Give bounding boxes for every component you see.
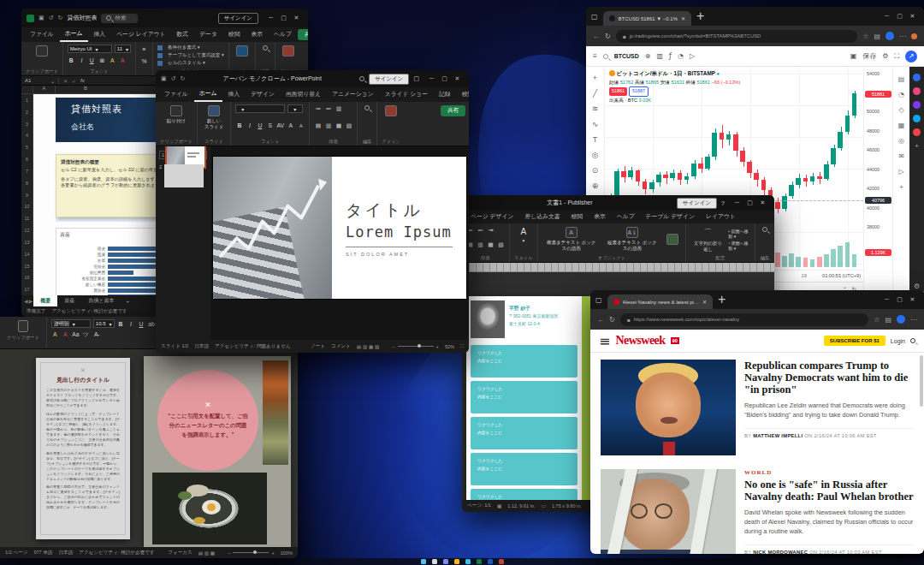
slide-thumbnail-2[interactable]: 2 — [159, 164, 207, 187]
tearoff-block[interactable]: ワクワクした内容をここに — [471, 417, 578, 449]
minimize-icon[interactable]: ─ — [880, 296, 893, 303]
alert-icon[interactable]: ◔ — [678, 52, 684, 60]
measure-icon[interactable]: ⊙ — [592, 166, 599, 175]
calendar-icon[interactable]: ▦ — [898, 122, 905, 129]
publisher-ribbon[interactable]: ≔≕⇥ ▤▥▦▧ 段落 A▾ スタイル A横書きテキスト ボックスの描画 A⇂縦… — [462, 223, 774, 263]
add-sidebar-app-icon[interactable]: + — [915, 142, 919, 150]
excel-search-box[interactable]: 検索 — [101, 14, 138, 23]
sidebar-app-icon[interactable] — [913, 87, 921, 95]
publisher-ribbon-tabs[interactable]: ページ デザイン差し込み文書校閲表示ヘルプテーブル デザインレイアウト — [462, 211, 774, 223]
bold-button[interactable]: B — [117, 319, 125, 328]
tearoff-block[interactable]: ワクワクした内容をここに — [471, 453, 578, 485]
explorer-taskbar-icon[interactable] — [454, 559, 459, 564]
collections-icon[interactable]: ▤ — [885, 316, 891, 324]
paste-icon[interactable] — [18, 320, 28, 332]
font-name-select[interactable]: Meiryo UI▾ — [68, 45, 112, 53]
text-wrap-button[interactable]: ⌒文字列の折り返し — [690, 226, 726, 253]
publisher-ribbon-tab[interactable]: ヘルプ — [612, 211, 640, 223]
font-color-button[interactable]: A — [62, 330, 69, 339]
pattern-icon[interactable]: ∿ — [592, 120, 599, 128]
sheet-tab[interactable]: 概要 — [33, 295, 57, 306]
bid-price-label[interactable]: 51861 — [609, 87, 627, 95]
ppt-addins-group[interactable]: アドイン — [377, 102, 405, 146]
char-border-button[interactable]: Aa — [72, 330, 80, 339]
more-menu-icon[interactable]: ⋯ — [899, 33, 906, 40]
accessibility-status[interactable]: アクセシビリティ: 検討が必要です — [79, 550, 154, 556]
row-header[interactable]: 5 — [21, 141, 33, 153]
styles-button[interactable]: A▾ — [514, 226, 533, 244]
back-icon[interactable]: ← — [593, 33, 600, 40]
zoom-slider[interactable]: −+ — [228, 550, 275, 556]
close-icon[interactable]: ✕ — [906, 13, 919, 20]
cancel-icon[interactable]: ✕ — [59, 78, 72, 84]
publisher-ribbon-tab[interactable]: 差し込み文書 — [519, 211, 565, 223]
crosshair-icon[interactable]: + — [593, 74, 597, 82]
italic-button[interactable]: I — [78, 56, 86, 65]
quote-circle[interactable]: ✕ “ここに引用文を配置して、ご自分のニュースレターのこの問題を強調表示します。… — [157, 370, 258, 471]
powerpoint-signin-button[interactable]: サインイン — [369, 74, 409, 85]
horizontal-ruler[interactable] — [462, 263, 774, 272]
login-button[interactable]: Login — [891, 338, 905, 344]
excel-ribbon-tab[interactable]: ホーム — [60, 27, 88, 42]
search-taskbar-icon[interactable] — [432, 559, 437, 564]
highlight-button[interactable]: A — [51, 330, 59, 339]
align-right-icon[interactable]: ▦ — [335, 122, 342, 130]
publisher-editing-group[interactable]: 編集 — [755, 223, 774, 262]
slide-indicator[interactable]: スライド 1/2 — [161, 343, 188, 350]
trump-photo[interactable] — [601, 360, 736, 455]
cells-button[interactable] — [234, 45, 251, 57]
alerts-icon[interactable]: ◔ — [898, 91, 904, 98]
new-tab-icon[interactable]: + — [718, 292, 726, 307]
bullets-icon[interactable]: ≔ — [314, 104, 322, 113]
ppt-clipboard-group[interactable]: 貼り付け クリップボード — [156, 102, 198, 146]
price-line-label[interactable]: 40796 — [865, 197, 891, 204]
address-bar[interactable]: ▪ jp.tradingview.com/chart/?symbol=BITST… — [616, 30, 858, 43]
powerpoint-quick-access-toolbar[interactable]: ▣↺↻ — [161, 75, 185, 82]
publisher-arrange-group[interactable]: ⌒文字列の折り返し ▪ 前面へ移動 ▾ ▫ 背面へ移動 ▾ 配置 — [686, 223, 755, 262]
view-icons[interactable]: ▤ ▥ ▦ — [198, 550, 215, 556]
powerpoint-titlebar[interactable]: ▣↺↻ アーバン モノクローム - PowerPoint サインイン ▢ ─▢✕ — [156, 70, 469, 87]
refresh-icon[interactable]: ↻ — [609, 316, 615, 324]
chat-icon[interactable]: ✉ — [898, 152, 904, 160]
publisher-paragraph-group[interactable]: ≔≕⇥ ▤▥▦▧ 段落 — [462, 223, 510, 262]
align-right-icon[interactable]: ▦ — [487, 241, 495, 249]
tearoff-blocks[interactable]: ワクワクした内容をここにワクワクした内容をここにワクワクした内容をここにワクワク… — [466, 345, 593, 500]
font-size-select[interactable]: 10.5▾ — [93, 319, 115, 328]
browser-window-controls[interactable]: ─▢✕ — [880, 296, 919, 303]
publisher-signin-button[interactable]: サインイン — [677, 198, 717, 209]
word-page-1[interactable]: ✕ 見出し行のタイトル この文書内のテキストを変更するには、更新するテキスト ブ… — [36, 358, 130, 539]
maximize-icon[interactable]: ▢ — [438, 75, 451, 82]
excel-titlebar[interactable]: ▣↺↻ 貸借対照表 検索 サインイン ─▢✕ — [21, 9, 308, 27]
ppt-font-group[interactable]: ▾▾ BIUSAVAA フォント — [231, 102, 310, 146]
more-menu-icon[interactable]: ⋯ — [910, 316, 917, 324]
word-status-bar[interactable]: 1/2 ページ 977 単語 日本語 アクセシビリティ: 検討が必要です フォー… — [0, 547, 298, 558]
clear-format-button[interactable]: A̶ — [92, 330, 100, 339]
italic-button[interactable]: I — [246, 122, 253, 130]
ribbon-options-icon[interactable]: ▢ — [413, 75, 419, 82]
borders-button[interactable]: ⊞ — [98, 56, 106, 65]
newsweek-logo[interactable]: Newsweek — [615, 334, 665, 348]
page-indicator[interactable]: 1/2 ページ — [5, 550, 27, 556]
new-slide-button[interactable]: 新しいスライド — [202, 104, 227, 131]
save-layout-button[interactable]: 保存 — [862, 51, 876, 61]
phonetic-button[interactable]: ツ — [82, 330, 90, 339]
powerpoint-ribbon-tab[interactable]: アニメーション — [327, 88, 379, 101]
font-name-select[interactable]: 游明朝▾ — [51, 319, 91, 328]
taskbar[interactable] — [0, 558, 924, 565]
price-scale[interactable]: 5400050000480004600044000420004000038000… — [863, 67, 892, 295]
font-size-select[interactable]: ▾ — [287, 104, 303, 113]
current-price-label[interactable]: 51861 — [865, 91, 891, 98]
redo-icon[interactable]: ↻ — [58, 15, 63, 21]
excel-ribbon-tab[interactable]: 表示 — [246, 28, 268, 41]
browser-navigation-bar[interactable]: ← ↻ ▪ jp.tradingview.com/chart/?symbol=B… — [586, 26, 924, 46]
favorites-icon[interactable]: ☆ — [862, 33, 868, 40]
align-left-icon[interactable]: ▤ — [314, 122, 322, 130]
strikethrough-button[interactable]: ab — [148, 319, 156, 328]
minimize-icon[interactable]: ─ — [425, 75, 438, 82]
focus-mode[interactable]: フォーカス — [168, 550, 192, 556]
search-icon[interactable] — [910, 338, 915, 343]
back-icon[interactable]: ← — [597, 316, 604, 324]
symbol-search-box[interactable]: BTCUSD — [614, 53, 639, 59]
search-icon[interactable] — [359, 76, 364, 81]
watchlist-icon[interactable]: ▤ — [898, 75, 905, 83]
